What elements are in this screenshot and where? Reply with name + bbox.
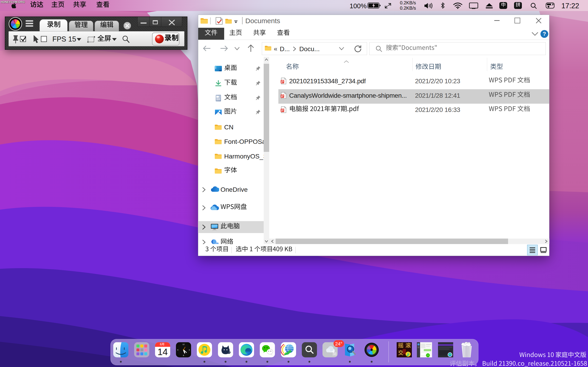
svg-text:3: 3 bbox=[189, 349, 190, 351]
svg-text:6: 6 bbox=[183, 354, 184, 357]
svg-text:14: 14 bbox=[157, 347, 168, 357]
svg-text:12: 12 bbox=[183, 343, 185, 345]
svg-text:9: 9 bbox=[177, 349, 179, 351]
svg-text:?: ? bbox=[543, 31, 546, 37]
